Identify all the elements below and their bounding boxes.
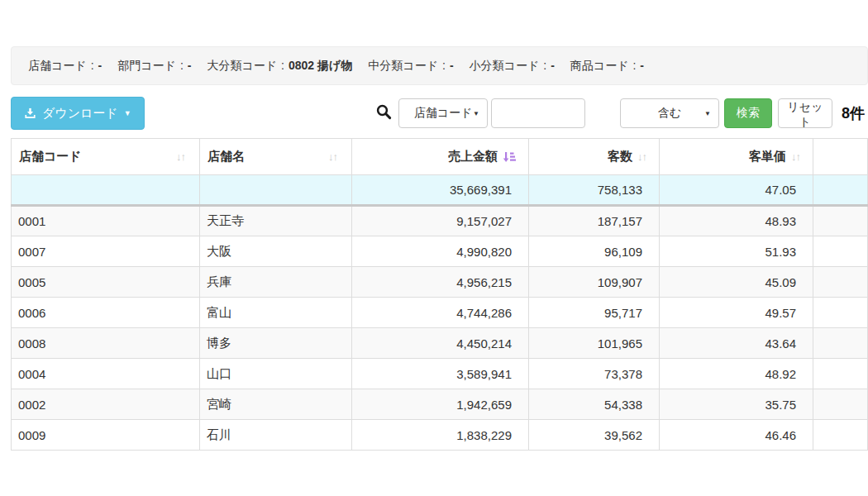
table-row: 0005 兵庫 4,956,215 109,907 45.09	[12, 267, 868, 298]
cell-store-name: 天正寺	[200, 206, 352, 236]
table-row: 0006 富山 4,744,286 95,717 49.57	[12, 298, 868, 328]
cell-sales: 4,990,820	[352, 236, 529, 267]
cell-store-code: 0002	[12, 389, 200, 420]
cell-empty	[813, 175, 868, 206]
filter-item-product-code: 商品コード:-	[570, 59, 644, 74]
table-row: 0008 博多 4,450,214 101,965 43.64	[12, 328, 868, 359]
filter-item-department-code: 部門コード:-	[117, 59, 191, 74]
filter-separator: :	[442, 59, 446, 74]
cell-sales: 4,450,214	[352, 328, 529, 359]
filter-separator: :	[543, 59, 546, 74]
cell-sales: 35,669,391	[352, 175, 529, 206]
column-header-label: 客数	[608, 149, 632, 165]
cell-store-name: 大阪	[200, 236, 352, 267]
cell-customers: 95,717	[529, 298, 660, 328]
cell-empty	[813, 206, 868, 236]
cell-sales: 4,956,215	[352, 267, 529, 298]
download-icon	[24, 107, 36, 120]
results-table: 店舗コード ↓↑ 店舗名 ↓↑ 売上金額	[11, 138, 868, 451]
filter-label: 小分類コード	[470, 59, 540, 74]
cell-unit-price: 47.05	[660, 175, 813, 206]
totals-row: 35,669,391 758,133 47.05	[12, 175, 868, 206]
cell-store-code	[12, 175, 200, 206]
cell-store-name	[200, 175, 352, 206]
sort-icon: ↓↑	[791, 150, 800, 163]
search-group: 店舗コード ▼ 含む ▼ 検索 リセット 8件	[375, 98, 865, 128]
cell-store-name: 山口	[200, 359, 352, 389]
reset-button[interactable]: リセット	[778, 98, 832, 128]
match-type-select[interactable]: 含む ▼	[620, 98, 719, 128]
download-button-label: ダウンロード	[42, 106, 118, 122]
cell-sales: 4,744,286	[352, 298, 529, 328]
filter-separator: :	[281, 59, 284, 74]
cell-empty	[813, 328, 868, 359]
page: 店舗コード:- 部門コード:- 大分類コード:0802 揚げ物 中分類コード:-…	[0, 0, 868, 451]
filter-item-store-code: 店舗コード:-	[28, 59, 102, 74]
cell-unit-price: 46.46	[660, 420, 813, 451]
result-count: 8件	[842, 103, 865, 123]
cell-customers: 101,965	[529, 328, 660, 359]
column-header-store-code[interactable]: 店舗コード ↓↑	[12, 139, 200, 175]
filter-bar: 店舗コード:- 部門コード:- 大分類コード:0802 揚げ物 中分類コード:-…	[11, 46, 868, 85]
search-input[interactable]	[491, 98, 585, 128]
cell-customers: 187,157	[529, 206, 660, 236]
cell-store-code: 0007	[12, 236, 200, 267]
filter-separator: :	[91, 59, 94, 74]
cell-empty	[813, 298, 868, 328]
cell-store-code: 0001	[12, 206, 200, 236]
filter-value: 0802 揚げ物	[289, 59, 352, 74]
cell-store-name: 石川	[200, 420, 352, 451]
filter-item-major-category-code: 大分類コード:0802 揚げ物	[207, 59, 352, 74]
cell-unit-price: 49.57	[660, 298, 813, 328]
cell-empty	[813, 236, 868, 267]
filter-label: 部門コード	[117, 59, 176, 74]
cell-unit-price: 43.64	[660, 328, 813, 359]
cell-customers: 54,338	[529, 389, 660, 420]
search-button[interactable]: 検索	[724, 98, 772, 128]
toolbar: ダウンロード ▼ 店舗コード ▼ 含む ▼ 検索 リセット 8件	[11, 97, 868, 130]
cell-store-name: 富山	[200, 298, 352, 328]
table-row: 0004 山口 3,589,941 73,378 48.92	[12, 359, 868, 389]
cell-sales: 9,157,027	[352, 206, 529, 236]
cell-store-name: 博多	[200, 328, 352, 359]
chevron-down-icon: ▼	[704, 110, 711, 117]
cell-sales: 3,589,941	[352, 359, 529, 389]
search-field-select[interactable]: 店舗コード ▼	[398, 98, 488, 128]
column-header-label: 客単価	[749, 149, 786, 165]
cell-empty	[813, 267, 868, 298]
cell-store-code: 0008	[12, 328, 200, 359]
cell-customers: 96,109	[529, 236, 660, 267]
column-header-sales-amount[interactable]: 売上金額	[352, 139, 529, 175]
filter-item-middle-category-code: 中分類コード:-	[368, 59, 453, 74]
cell-store-name: 宮崎	[200, 389, 352, 420]
column-header-store-name[interactable]: 店舗名 ↓↑	[200, 139, 352, 175]
cell-customers: 39,562	[529, 420, 660, 451]
cell-store-code: 0004	[12, 359, 200, 389]
column-header-label: 店舗名	[207, 149, 245, 165]
column-header-label: 売上金額	[448, 149, 498, 165]
cell-customers: 109,907	[529, 267, 660, 298]
cell-unit-price: 51.93	[660, 236, 813, 267]
cell-store-code: 0009	[12, 420, 200, 451]
sort-icon: ↓↑	[637, 150, 646, 163]
column-header-customer-count[interactable]: 客数 ↓↑	[529, 139, 660, 175]
filter-label: 商品コード	[570, 59, 629, 74]
filter-value: -	[640, 59, 644, 74]
filter-value: -	[551, 59, 555, 74]
table-row: 0009 石川 1,838,229 39,562 46.46	[12, 420, 868, 451]
cell-unit-price: 35.75	[660, 389, 813, 420]
search-icon	[375, 103, 392, 123]
download-button[interactable]: ダウンロード ▼	[11, 97, 145, 130]
filter-item-minor-category-code: 小分類コード:-	[470, 59, 555, 74]
table-header-row: 店舗コード ↓↑ 店舗名 ↓↑ 売上金額	[12, 139, 868, 175]
filter-value: -	[450, 59, 454, 74]
sort-amount-desc-icon	[503, 150, 516, 164]
column-header-unit-price[interactable]: 客単価 ↓↑	[660, 139, 813, 175]
cell-customers: 758,133	[529, 175, 660, 206]
cell-store-code: 0005	[12, 267, 200, 298]
filter-separator: :	[632, 59, 636, 74]
column-header-label: 店舗コード	[19, 149, 82, 165]
filter-separator: :	[180, 59, 184, 74]
cell-unit-price: 48.92	[660, 359, 813, 389]
sort-icon: ↓↑	[176, 150, 185, 163]
